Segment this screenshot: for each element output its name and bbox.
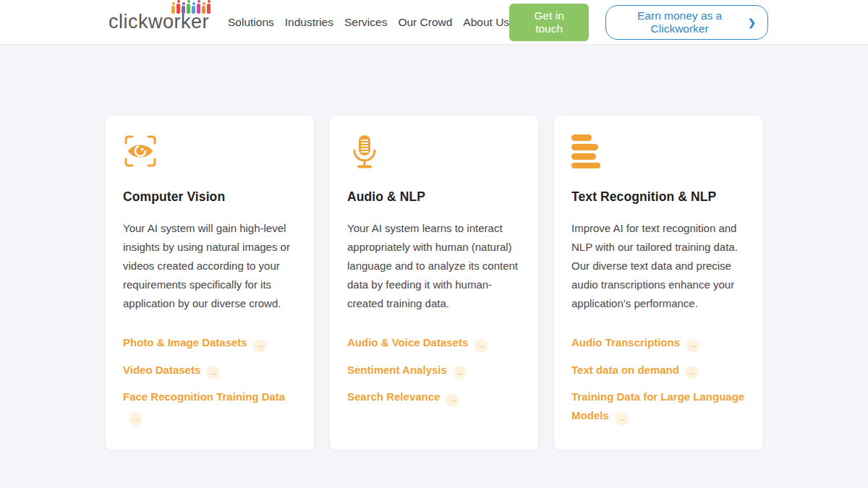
service-cards-row: Computer Vision Your AI system will gain… xyxy=(0,116,868,450)
link-text-data-on-demand[interactable]: Text data on demand→ xyxy=(571,361,745,380)
earn-money-label: Earn money as a Clickworker xyxy=(618,9,741,35)
logo-text: clickworker xyxy=(109,12,209,32)
clickworker-logo[interactable]: clickworker xyxy=(109,12,209,32)
link-sentiment-analysis[interactable]: Sentiment Analysis→ xyxy=(347,361,521,380)
link-face-recognition-training-data[interactable]: Face Recognition Training Data→ xyxy=(123,388,297,426)
link-audio-transcriptions[interactable]: Audio Transcriptions→ xyxy=(571,333,745,353)
arrow-right-icon: → xyxy=(206,366,220,380)
link-audio-voice-datasets[interactable]: Audio & Voice Datasets→ xyxy=(347,333,521,353)
link-photo-image-datasets[interactable]: Photo & Image Datasets→ xyxy=(123,333,297,353)
arrow-right-icon: → xyxy=(129,412,142,426)
nav-item-industries[interactable]: Industries xyxy=(285,12,333,33)
card-text-recognition-nlp: Text Recognition & NLP Improve AI for te… xyxy=(554,116,762,450)
nav-item-our-crowd[interactable]: Our Crowd xyxy=(398,12,452,33)
card-description: Improve AI for text recognition and NLP … xyxy=(571,219,745,313)
arrow-right-icon: → xyxy=(446,393,459,407)
card-title: Text Recognition & NLP xyxy=(571,189,745,205)
microphone-icon xyxy=(347,134,521,168)
link-training-data-llm[interactable]: Training Data for Large Language Models→ xyxy=(571,388,745,426)
card-description: Your AI system learns to interact approp… xyxy=(347,219,521,313)
header-actions: Get in touch Earn money as a Clickworker… xyxy=(509,4,768,41)
nav-item-services[interactable]: Services xyxy=(344,12,387,33)
card-audio-nlp: Audio & NLP Your AI system learns to int… xyxy=(330,116,538,450)
card-computer-vision: Computer Vision Your AI system will gain… xyxy=(106,116,314,450)
link-search-relevance[interactable]: Search Relevance→ xyxy=(347,388,521,407)
logo-people-icon xyxy=(171,2,210,14)
top-navigation-bar: clickworker Solutions Industries Service… xyxy=(0,0,868,45)
arrow-right-icon: → xyxy=(685,366,699,380)
get-in-touch-button[interactable]: Get in touch xyxy=(509,4,589,41)
card-links: Audio & Voice Datasets→ Sentiment Analys… xyxy=(347,333,521,407)
main-nav: Solutions Industries Services Our Crowd … xyxy=(228,12,509,33)
card-title: Computer Vision xyxy=(123,189,297,205)
card-title: Audio & NLP xyxy=(347,189,521,205)
text-lines-icon xyxy=(571,134,745,168)
arrow-right-icon: → xyxy=(686,339,699,353)
chevron-right-icon: ❯ xyxy=(748,17,756,28)
arrow-right-icon: → xyxy=(615,412,629,426)
nav-item-about-us[interactable]: About Us xyxy=(463,12,509,33)
card-description: Your AI system will gain high-level insi… xyxy=(123,219,297,313)
card-links: Photo & Image Datasets→ Video Datasets→ … xyxy=(123,333,297,426)
earn-money-button[interactable]: Earn money as a Clickworker ❯ xyxy=(605,5,768,40)
card-links: Audio Transcriptions→ Text data on deman… xyxy=(571,333,745,426)
arrow-right-icon: → xyxy=(253,339,267,353)
arrow-right-icon: → xyxy=(474,339,488,353)
eye-scan-icon xyxy=(123,134,297,168)
link-video-datasets[interactable]: Video Datasets→ xyxy=(123,361,297,380)
arrow-right-icon: → xyxy=(453,366,467,380)
nav-item-solutions[interactable]: Solutions xyxy=(228,12,274,33)
